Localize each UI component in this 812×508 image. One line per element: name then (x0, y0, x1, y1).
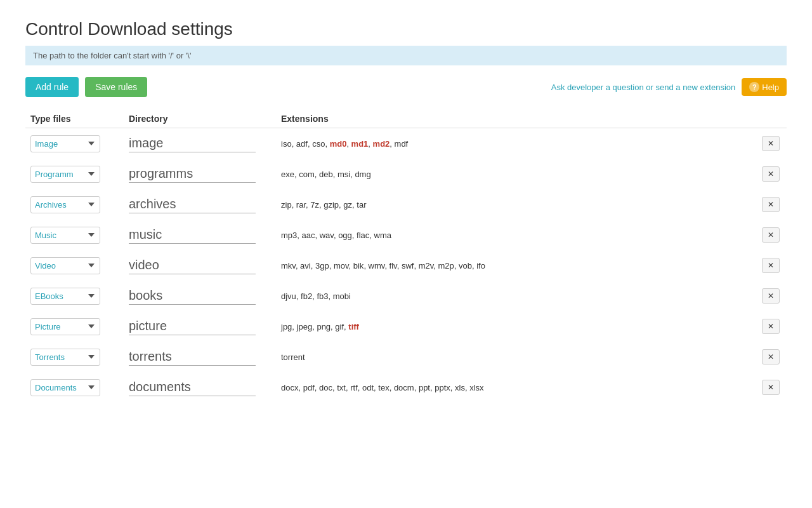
extensions-cell-7: torrent (276, 342, 755, 372)
table-row: ImageProgrammArchivesMusicVideoEBooksPic… (25, 189, 787, 220)
extension-highlight: md1 (351, 139, 369, 149)
delete-row-button-7[interactable]: ✕ (762, 349, 780, 364)
extension-highlight: md2 (373, 139, 390, 149)
page-title: Control Download settings (25, 19, 787, 39)
warning-bar: The path to the folder can't start with … (25, 46, 787, 65)
type-select-3[interactable]: ImageProgrammArchivesMusicVideoEBooksPic… (30, 227, 100, 244)
directory-input-4[interactable] (129, 257, 256, 274)
top-bar: Add rule Save rules Ask developer a ques… (25, 77, 787, 97)
directory-input-8[interactable] (129, 378, 256, 396)
table-row: ImageProgrammArchivesMusicVideoEBooksPic… (25, 342, 787, 372)
delete-row-button-1[interactable]: ✕ (762, 166, 780, 182)
delete-row-button-2[interactable]: ✕ (762, 197, 780, 212)
table-row: ImageProgrammArchivesMusicVideoEBooksPic… (25, 281, 787, 311)
rules-table: Type files Directory Extensions ImagePro… (25, 110, 787, 403)
type-select-2[interactable]: ImageProgrammArchivesMusicVideoEBooksPic… (30, 196, 100, 213)
col-header-type: Type files (25, 110, 124, 128)
directory-input-3[interactable] (129, 226, 256, 244)
type-select-7[interactable]: ImageProgrammArchivesMusicVideoEBooksPic… (30, 349, 100, 366)
extension-highlight: md0 (330, 139, 347, 149)
warning-text: The path to the folder can't start with … (33, 51, 191, 60)
top-bar-right: Ask developer a question or send a new e… (551, 78, 787, 96)
delete-row-button-0[interactable]: ✕ (762, 136, 780, 151)
type-select-5[interactable]: ImageProgrammArchivesMusicVideoEBooksPic… (30, 288, 100, 305)
col-header-extensions: Extensions (276, 110, 755, 128)
col-header-action (755, 110, 787, 128)
type-select-4[interactable]: ImageProgrammArchivesMusicVideoEBooksPic… (30, 257, 100, 274)
extensions-cell-0: iso, adf, cso, md0, md1, md2, mdf (276, 128, 755, 159)
add-rule-button[interactable]: Add rule (25, 77, 79, 97)
top-bar-left: Add rule Save rules (25, 77, 147, 97)
directory-input-0[interactable] (129, 135, 256, 152)
type-select-6[interactable]: ImageProgrammArchivesMusicVideoEBooksPic… (30, 318, 100, 335)
type-select-8[interactable]: ImageProgrammArchivesMusicVideoEBooksPic… (30, 379, 100, 396)
directory-input-6[interactable] (129, 318, 256, 335)
directory-input-2[interactable] (129, 196, 256, 213)
table-row: ImageProgrammArchivesMusicVideoEBooksPic… (25, 128, 787, 159)
extensions-cell-5: djvu, fb2, fb3, mobi (276, 281, 755, 311)
table-row: ImageProgrammArchivesMusicVideoEBooksPic… (25, 250, 787, 281)
type-select-1[interactable]: ImageProgrammArchivesMusicVideoEBooksPic… (30, 166, 100, 183)
extensions-cell-3: mp3, aac, wav, ogg, flac, wma (276, 220, 755, 250)
delete-row-button-4[interactable]: ✕ (762, 258, 780, 273)
directory-input-5[interactable] (129, 287, 256, 305)
table-row: ImageProgrammArchivesMusicVideoEBooksPic… (25, 159, 787, 189)
extensions-cell-1: exe, com, deb, msi, dmg (276, 159, 755, 189)
extensions-cell-4: mkv, avi, 3gp, mov, bik, wmv, flv, swf, … (276, 250, 755, 281)
table-body: ImageProgrammArchivesMusicVideoEBooksPic… (25, 128, 787, 403)
help-icon: ? (749, 82, 759, 92)
help-button[interactable]: ? Help (742, 78, 787, 96)
extensions-cell-2: zip, rar, 7z, gzip, gz, tar (276, 189, 755, 220)
directory-input-7[interactable] (129, 348, 256, 366)
delete-row-button-5[interactable]: ✕ (762, 288, 780, 304)
table-row: ImageProgrammArchivesMusicVideoEBooksPic… (25, 311, 787, 342)
table-row: ImageProgrammArchivesMusicVideoEBooksPic… (25, 372, 787, 403)
table-row: ImageProgrammArchivesMusicVideoEBooksPic… (25, 220, 787, 250)
delete-row-button-8[interactable]: ✕ (762, 380, 780, 395)
extensions-cell-8: docx, pdf, doc, txt, rtf, odt, tex, docm… (276, 372, 755, 403)
extension-highlight: tiff (348, 322, 359, 331)
extensions-cell-6: jpg, jpeg, png, gif, tiff (276, 311, 755, 342)
type-select-0[interactable]: ImageProgrammArchivesMusicVideoEBooksPic… (30, 135, 100, 152)
ask-developer-link[interactable]: Ask developer a question or send a new e… (551, 83, 736, 92)
save-rules-button[interactable]: Save rules (85, 77, 147, 97)
help-label: Help (762, 83, 779, 92)
delete-row-button-6[interactable]: ✕ (762, 319, 780, 334)
table-header: Type files Directory Extensions (25, 110, 787, 128)
col-header-directory: Directory (124, 110, 276, 128)
delete-row-button-3[interactable]: ✕ (762, 227, 780, 243)
directory-input-1[interactable] (129, 165, 256, 183)
